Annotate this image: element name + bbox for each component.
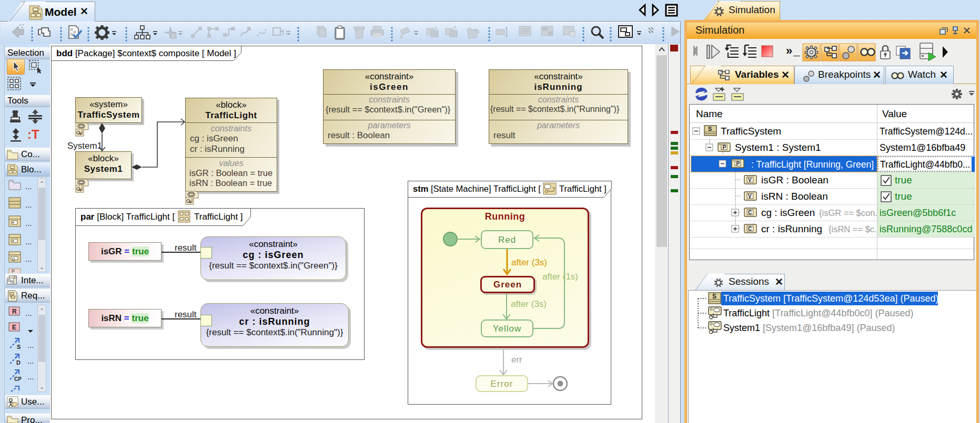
svg-text:TrafficSystem@124d...: TrafficSystem@124d... <box>880 126 973 137</box>
svg-text:after (1s): after (1s) <box>542 272 578 282</box>
svg-text:cr : isRunning: cr : isRunning <box>761 223 822 234</box>
svg-text:isGR : Boolean: isGR : Boolean <box>761 174 829 185</box>
svg-text:CP: CP <box>14 376 22 382</box>
svg-text:after (3s): after (3s) <box>511 257 547 267</box>
svg-text:TrafficSystem [TrafficSystem@1: TrafficSystem [TrafficSystem@124d53ea] (… <box>723 293 938 304</box>
svg-text:after (3s): after (3s) <box>511 299 547 309</box>
svg-text:true: true <box>895 191 912 202</box>
svg-text:true: true <box>895 174 912 185</box>
svg-text:R: R <box>12 308 17 315</box>
svg-text:{isGR == $con...: {isGR == $con... <box>819 208 882 218</box>
svg-text:S: S <box>17 344 21 350</box>
svg-text:S: S <box>712 293 716 300</box>
svg-text:E: E <box>12 324 16 331</box>
svg-text:TrafficLight [TrafficLight@44b: TrafficLight [TrafficLight@44bfb0c0] (Pa… <box>723 308 913 318</box>
svg-text:: TrafficLight [Running, Gree: : TrafficLight [Running, Green] <box>751 159 874 170</box>
svg-text:TrafficLight@44bfb0...: TrafficLight@44bfb0... <box>880 159 970 170</box>
svg-text:D: D <box>16 359 21 366</box>
svg-text:{isRN == $c...: {isRN == $c... <box>829 224 882 234</box>
svg-text:System1@16bfba49: System1@16bfba49 <box>880 142 965 153</box>
svg-text:isGreen@5bb6f1c: isGreen@5bb6f1c <box>880 208 956 218</box>
svg-text:System1 : System1: System1 : System1 <box>735 142 821 153</box>
svg-text:err: err <box>511 355 522 365</box>
svg-text:System1 [System1@16bfba49] (Pa: System1 [System1@16bfba49] (Paused) <box>723 323 895 333</box>
svg-text:P: P <box>12 269 15 273</box>
svg-text:TrafficSystem: TrafficSystem <box>721 126 781 137</box>
svg-text:cg : isGreen: cg : isGreen <box>761 207 815 218</box>
svg-text:isRN : Boolean: isRN : Boolean <box>761 191 828 202</box>
svg-text:»_: »_ <box>786 44 800 57</box>
svg-text:{}: {} <box>12 256 15 261</box>
svg-text:isRunning@7588c0cd: isRunning@7588c0cd <box>880 224 972 234</box>
